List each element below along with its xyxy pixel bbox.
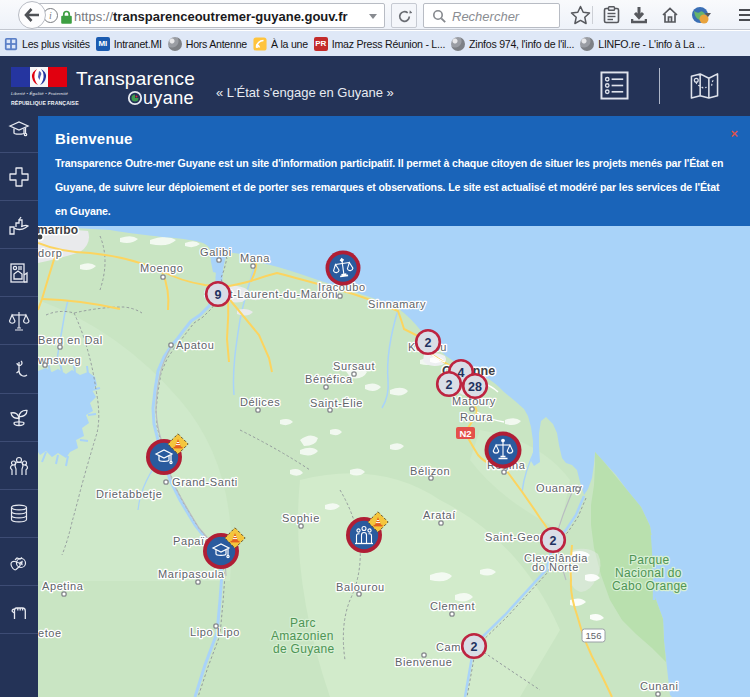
svg-text:2: 2: [425, 336, 432, 350]
svg-text:Apatou: Apatou: [176, 339, 214, 351]
svg-text:Saint-Élie: Saint-Élie: [310, 397, 363, 409]
svg-text:Parc: Parc: [290, 616, 316, 630]
svg-text:Clement: Clement: [430, 600, 475, 612]
svg-text:Sinnamary: Sinnamary: [368, 298, 426, 310]
svg-text:Cunani: Cunani: [640, 680, 678, 692]
svg-text:Délices: Délices: [240, 396, 280, 408]
svg-text:Galibi: Galibi: [200, 246, 232, 258]
svg-text:Sophie: Sophie: [282, 512, 320, 524]
svg-text:2: 2: [446, 378, 453, 392]
svg-text:dorp: dorp: [38, 247, 62, 259]
svg-text:2: 2: [550, 534, 557, 548]
svg-text:2: 2: [471, 640, 478, 654]
svg-text:Cabo Orange: Cabo Orange: [612, 579, 687, 593]
svg-text:N2: N2: [459, 428, 471, 439]
svg-text:de Guyane: de Guyane: [273, 642, 334, 656]
svg-text:Nacional do: Nacional do: [615, 566, 682, 580]
svg-text:Apetina: Apetina: [42, 580, 84, 592]
svg-text:Moengo: Moengo: [140, 262, 183, 274]
svg-text:Berg en Dal: Berg en Dal: [38, 334, 103, 346]
svg-text:Drietabbetje: Drietabbetje: [96, 488, 163, 500]
svg-text:9: 9: [215, 288, 222, 302]
svg-text:Arataí: Arataí: [423, 509, 456, 521]
svg-text:Balourou: Balourou: [336, 581, 385, 593]
svg-text:Maripasoula: Maripasoula: [158, 568, 225, 580]
svg-text:Parque: Parque: [629, 553, 670, 567]
svg-text:etoe: etoe: [38, 627, 62, 639]
svg-text:Bélizon: Bélizon: [410, 465, 450, 477]
svg-text:156: 156: [586, 630, 602, 641]
svg-text:28: 28: [468, 380, 482, 394]
svg-text:Amazonien: Amazonien: [271, 629, 334, 643]
svg-text:Mana: Mana: [240, 252, 270, 264]
svg-text:Sursaut: Sursaut: [333, 360, 375, 372]
svg-text:Grand-Santi: Grand-Santi: [172, 476, 238, 488]
svg-text:do Norte: do Norte: [532, 561, 579, 573]
svg-text:Roura: Roura: [460, 411, 493, 423]
svg-text:Bénéfica: Bénéfica: [305, 373, 353, 385]
